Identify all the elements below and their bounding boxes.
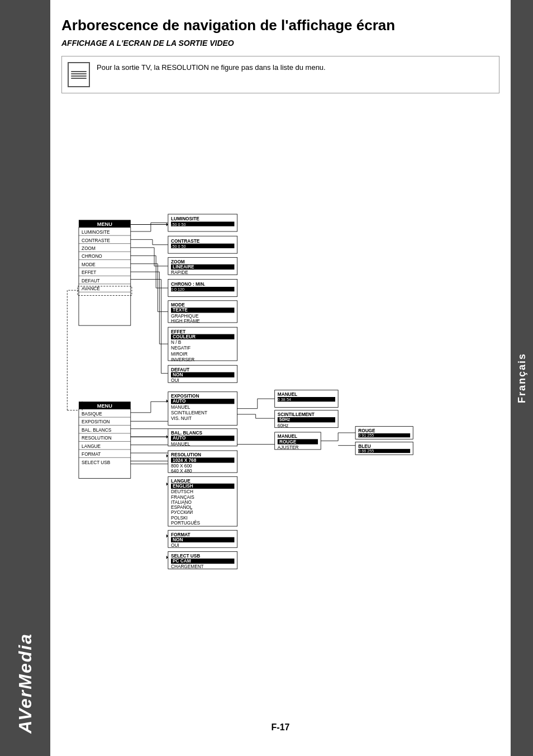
svg-text:SELECT USB: SELECT USB [171, 554, 200, 559]
svg-text:0          0       120: 0 0 120 [171, 287, 184, 292]
avermedia-logo: AVerMedia [16, 633, 34, 734]
svg-text:60Hz: 60Hz [278, 423, 288, 428]
svg-text:ITALIANO: ITALIANO [171, 500, 192, 505]
svg-text:FORMAT: FORMAT [171, 532, 191, 537]
page-number: F-17 [61, 722, 499, 733]
svg-text:-50        0        50: -50 0 50 [171, 222, 186, 227]
svg-text:COULEUR: COULEUR [173, 334, 196, 339]
svg-text:50Hz: 50Hz [279, 418, 290, 423]
svg-text:POLSKI: POLSKI [171, 516, 188, 521]
svg-marker-154 [166, 483, 168, 486]
svg-text:CHRONO: CHRONO [82, 254, 102, 259]
svg-text:OUI: OUI [171, 378, 179, 383]
svg-text:GRAPHIQUE: GRAPHIQUE [171, 314, 199, 319]
svg-text:MENU: MENU [97, 403, 113, 409]
svg-text:800 X 600: 800 X 600 [171, 464, 192, 469]
svg-text:AVANCÉ: AVANCÉ [82, 286, 100, 291]
page-subtitle: AFFICHAGE A L'ECRAN DE LA SORTIE VIDEO [61, 39, 499, 48]
svg-text:-50        0        50: -50 0 50 [171, 244, 186, 249]
left-sidebar: AVerMedia [0, 0, 50, 756]
svg-text:RESOLUTION: RESOLUTION [171, 452, 201, 457]
svg-marker-151 [166, 399, 168, 403]
svg-text:SCINTILLEMENT: SCINTILLEMENT [171, 410, 207, 415]
diagram-container: MENU LUMINOSITE CONTRASTE ZOOM CHRONO MO… [61, 105, 499, 711]
svg-text:FORMAT: FORMAT [82, 452, 101, 457]
svg-text:EXPOSITION: EXPOSITION [171, 394, 199, 399]
svg-text:0        91      255: 0 91 255 [358, 433, 374, 438]
francais-label: Français [516, 353, 528, 403]
svg-text:LUMINOSITE: LUMINOSITE [82, 230, 110, 235]
svg-text:LINEAIRE: LINEAIRE [173, 264, 194, 270]
svg-text:LUMINOSITE: LUMINOSITE [171, 217, 199, 222]
svg-text:CHARGEMENT: CHARGEMENT [171, 565, 204, 570]
svg-marker-155 [166, 535, 168, 538]
svg-text:EXPOSITION: EXPOSITION [82, 420, 110, 425]
svg-marker-156 [166, 556, 168, 559]
svg-text:RAPIDE: RAPIDE [171, 270, 188, 275]
svg-marker-153 [166, 454, 168, 457]
svg-text:DEUTSCH: DEUTSCH [171, 489, 193, 494]
svg-text:MODE: MODE [82, 262, 96, 267]
page-title: Arborescence de navigation de l'affichag… [61, 17, 499, 34]
svg-text:EFFET: EFFET [171, 329, 185, 334]
svg-text:SCINTILLEMENT: SCINTILLEMENT [278, 412, 315, 417]
svg-text:FRANÇAIS: FRANÇAIS [171, 495, 194, 500]
svg-text:MODE: MODE [171, 303, 185, 308]
svg-text:RESOLUTION: RESOLUTION [82, 436, 112, 441]
svg-text:MANUEL: MANUEL [278, 392, 297, 397]
svg-text:VIS. NUIT: VIS. NUIT [171, 416, 192, 421]
svg-text:ZOOM: ZOOM [171, 259, 185, 264]
svg-text:MANUEL: MANUEL [171, 405, 191, 410]
svg-text:BASIQUE: BASIQUE [82, 412, 102, 417]
svg-text:ZOOM: ZOOM [82, 246, 96, 251]
svg-text:MANUEL: MANUEL [278, 434, 297, 439]
svg-text:N / B: N / B [171, 340, 182, 345]
svg-text:AJUSTER: AJUSTER [278, 445, 299, 450]
logo-text: AVerMedia [15, 633, 35, 734]
svg-marker-152 [166, 435, 168, 438]
svg-text:BAL. BLANCS: BAL. BLANCS [82, 428, 112, 433]
svg-text:0        38      54: 0 38 54 [278, 397, 291, 402]
svg-text:CONTRASTE: CONTRASTE [171, 239, 200, 244]
note-box: Pour la sortie TV, la RESOLUTION ne figu… [61, 56, 499, 93]
svg-text:OUI: OUI [171, 543, 179, 548]
svg-text:MIROIR: MIROIR [171, 352, 188, 357]
svg-text:LANGUE: LANGUE [82, 444, 101, 449]
svg-text:ENGLISH: ENGLISH [173, 484, 193, 489]
svg-text:0        66      255: 0 66 255 [358, 448, 374, 453]
svg-text:TEXTE: TEXTE [173, 308, 188, 313]
note-icon [68, 62, 90, 87]
svg-text:BAL. BLANCS: BAL. BLANCS [171, 431, 202, 436]
svg-text:PC CAM: PC CAM [173, 559, 191, 564]
main-content: Arborescence de navigation de l'affichag… [50, 0, 511, 749]
svg-text:PORTUGUÊS: PORTUGUÊS [171, 520, 201, 526]
svg-text:DEFAUT: DEFAUT [82, 278, 100, 284]
svg-text:EFFET: EFFET [82, 270, 96, 275]
svg-text:HIGH FRAME: HIGH FRAME [171, 319, 200, 324]
note-text: Pour la sortie TV, la RESOLUTION ne figu… [97, 62, 326, 73]
svg-text:1024 X 768: 1024 X 768 [173, 458, 197, 463]
svg-text:SELECT USB: SELECT USB [82, 460, 111, 465]
svg-text:640 X 480: 640 X 480 [171, 469, 192, 474]
svg-text:ROUGE: ROUGE [279, 440, 297, 445]
svg-text:AUTO: AUTO [173, 436, 186, 441]
svg-text:РУССКИЙ: РУССКИЙ [171, 509, 193, 516]
svg-text:MANUEL: MANUEL [171, 442, 191, 447]
svg-text:CONTRASTE: CONTRASTE [82, 238, 110, 243]
right-sidebar: Français [511, 0, 533, 756]
diagram-svg: MENU LUMINOSITE CONTRASTE ZOOM CHRONO MO… [61, 105, 499, 710]
svg-text:DEFAUT: DEFAUT [171, 367, 189, 372]
svg-text:INVERSER: INVERSER [171, 357, 194, 362]
svg-marker-21 [166, 223, 168, 226]
svg-text:NEGATIF: NEGATIF [171, 346, 191, 351]
svg-text:MENU: MENU [97, 221, 113, 227]
svg-text:NON: NON [173, 537, 183, 542]
svg-text:ESPAÑOL: ESPAÑOL [171, 504, 193, 510]
svg-text:NON: NON [173, 372, 183, 377]
svg-text:LANGUE: LANGUE [171, 479, 191, 484]
svg-text:CHRONO : MIN.: CHRONO : MIN. [171, 282, 205, 287]
svg-text:AUTO: AUTO [173, 399, 186, 404]
